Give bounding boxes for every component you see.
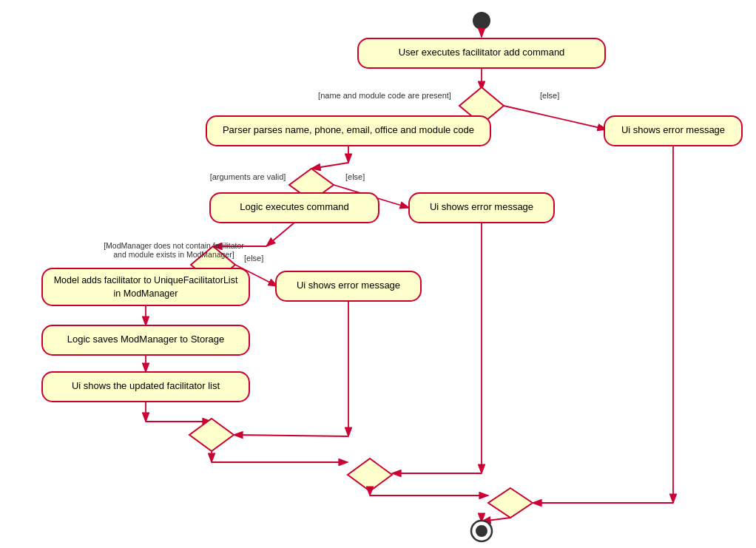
parser-parses-label: Parser parses name, phone, email, office… (223, 124, 474, 135)
decision3-label-right: [else] (244, 254, 263, 263)
ui-error1-label: Ui shows error message (621, 124, 725, 135)
decision3-label-left2: and module exists in ModManager] (113, 250, 234, 259)
decision2-label-left: [arguments are valid] (210, 172, 286, 181)
decision1-label-right: [else] (540, 91, 559, 100)
start-node (473, 12, 490, 30)
decision3-label-left: [ModManager does not contain facilitator (104, 241, 244, 250)
model-adds-label2: in ModManager (114, 288, 178, 299)
decision2-label-right: [else] (345, 172, 365, 181)
ui-error3-label: Ui shows error message (297, 280, 400, 291)
ui-shows-list-label: Ui shows the updated facilitator list (72, 380, 220, 391)
logic-saves-label: Logic saves ModManager to Storage (67, 334, 224, 345)
model-adds-label1: Model adds facilitator to UniqueFacilita… (54, 275, 238, 285)
end-node-inner (476, 525, 487, 537)
ui-error2-label: Ui shows error message (430, 201, 533, 212)
decision1-label-left: [name and module code are present] (318, 91, 451, 100)
logic-executes-label: Logic executes command (240, 201, 348, 212)
model-adds-box (42, 268, 249, 305)
user-executes-label: User executes facilitator add command (399, 47, 565, 58)
